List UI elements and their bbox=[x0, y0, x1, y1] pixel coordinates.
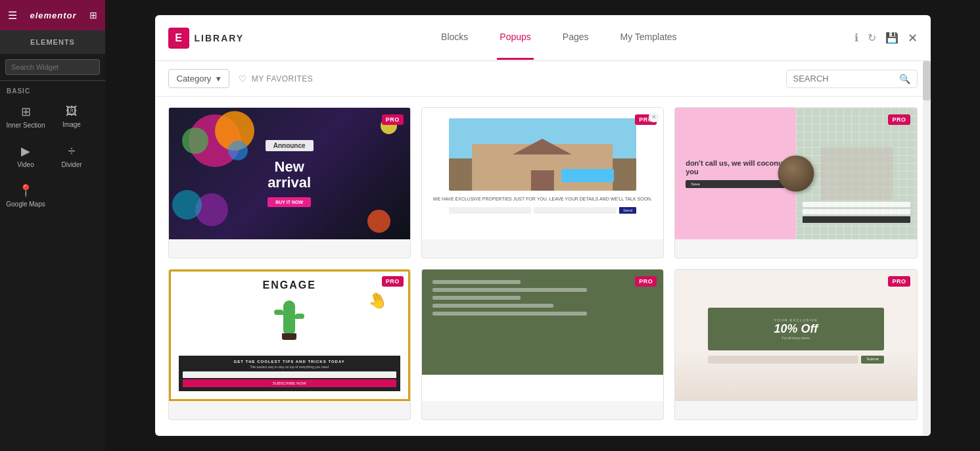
favorites-label: MY FAVORITES bbox=[252, 74, 314, 83]
t4-cactus bbox=[273, 300, 306, 346]
modal-toolbar: Category ▾ ♡ MY FAVORITES 🔍 bbox=[155, 61, 931, 97]
template-preview-2: WE HAVE EXCLUSIVE PROPERTIES JUST FOR YO… bbox=[422, 108, 663, 239]
t4-content: ENGAGE bbox=[169, 270, 410, 401]
template-search-container: 🔍 bbox=[786, 70, 918, 88]
hamburger-icon[interactable]: ☰ bbox=[8, 9, 17, 22]
refresh-icon[interactable]: ↻ bbox=[868, 32, 876, 44]
template-preview-3: don't call us, we will coconut you Save bbox=[675, 108, 916, 239]
tab-popups[interactable]: Popups bbox=[497, 16, 533, 60]
template-preview-4: ENGAGE bbox=[169, 270, 410, 401]
t3-title: don't call us, we will coconut you bbox=[686, 159, 785, 176]
sidebar-item-divider[interactable]: ÷ Divider bbox=[50, 137, 93, 174]
pro-badge-6: PRO bbox=[888, 276, 910, 287]
template-card-new-arrival[interactable]: PRO bbox=[168, 107, 411, 258]
t6-submit-btn: Submit bbox=[861, 356, 884, 364]
divider-label: Divider bbox=[61, 161, 82, 168]
t2-content: WE HAVE EXCLUSIVE PROPERTIES JUST FOR YO… bbox=[422, 108, 663, 239]
grid-icon[interactable]: ⊞ bbox=[89, 10, 97, 20]
library-title: LIBRARY bbox=[195, 33, 245, 43]
modal-header: E LIBRARY Blocks Popups Pages My Templat… bbox=[155, 15, 931, 61]
inner-section-label: Inner Section bbox=[7, 122, 45, 129]
t2-house-image bbox=[449, 118, 636, 191]
sidebar-item-video[interactable]: ▶ Video bbox=[4, 137, 47, 174]
t4-description: The easiest way to stay on top of everyt… bbox=[183, 365, 396, 369]
save-icon[interactable]: 💾 bbox=[885, 32, 898, 44]
divider-icon: ÷ bbox=[68, 143, 76, 158]
t4-cactus-arm-right bbox=[295, 314, 304, 319]
editor-background: ☰ elementor ⊞ ELEMENTS BASIC ⊞ Inner Sec… bbox=[0, 0, 980, 451]
search-icon: 🔍 bbox=[899, 74, 910, 84]
t5-green-section bbox=[422, 270, 663, 375]
t6-offer-card: Your exclusive 10% Off For all luxury it… bbox=[708, 308, 884, 350]
tab-my-templates[interactable]: My Templates bbox=[618, 16, 680, 60]
t5-line-1 bbox=[432, 280, 521, 284]
sidebar-items-list: ⊞ Inner Section 🖼 Image ▶ Video ÷ Divide… bbox=[0, 98, 105, 214]
template-preview-5 bbox=[422, 270, 663, 401]
editor-sidebar: ☰ elementor ⊞ ELEMENTS BASIC ⊞ Inner Sec… bbox=[0, 0, 105, 451]
t4-title: ENGAGE bbox=[262, 279, 315, 291]
t6-content: Your exclusive 10% Off For all luxury it… bbox=[675, 270, 916, 401]
pro-badge-4: PRO bbox=[382, 276, 404, 287]
t2-body-text: WE HAVE EXCLUSIVE PROPERTIES JUST FOR YO… bbox=[433, 196, 652, 203]
library-tabs: Blocks Popups Pages My Templates bbox=[264, 16, 854, 60]
elements-tab[interactable]: ELEMENTS bbox=[30, 38, 75, 46]
t6-form-row: Submit bbox=[708, 356, 884, 364]
scrollbar-thumb[interactable] bbox=[923, 61, 931, 101]
template-card-real-estate[interactable]: PRO ✕ bbox=[421, 107, 664, 258]
pro-badge-3: PRO bbox=[888, 114, 910, 125]
template-search-input[interactable] bbox=[793, 74, 894, 83]
chevron-down-icon: ▾ bbox=[216, 74, 221, 83]
favorites-button[interactable]: ♡ MY FAVORITES bbox=[239, 74, 313, 84]
tab-pages[interactable]: Pages bbox=[560, 16, 592, 60]
template-preview-1: Announce New arrival BUY IT NOW bbox=[169, 108, 410, 239]
sidebar-item-inner-section[interactable]: ⊞ Inner Section bbox=[4, 98, 47, 135]
modal-action-icons: ℹ ↻ 💾 ✕ bbox=[854, 31, 918, 45]
t5-line-5 bbox=[432, 312, 587, 316]
template-card-coconut[interactable]: PRO don't call us, we will coconut you S… bbox=[674, 107, 917, 258]
template-card-discount[interactable]: PRO Your exclusive 10% Off For all luxur… bbox=[674, 269, 917, 420]
pro-badge-5: PRO bbox=[635, 276, 657, 287]
template-card-engage[interactable]: PRO ENGAGE bbox=[168, 269, 411, 420]
t1-cta-button: BUY IT NOW bbox=[268, 197, 311, 207]
t2-submit-btn: Send bbox=[619, 207, 636, 214]
t6-subtext: For all luxury items bbox=[718, 336, 874, 340]
modal-scrollbar[interactable] bbox=[923, 61, 931, 436]
widget-search-container bbox=[0, 54, 105, 81]
category-label: Category bbox=[177, 74, 212, 83]
modal-logo: E LIBRARY bbox=[168, 28, 245, 49]
pro-badge-1: PRO bbox=[382, 114, 404, 125]
category-dropdown[interactable]: Category ▾ bbox=[168, 69, 230, 88]
library-modal: E LIBRARY Blocks Popups Pages My Templat… bbox=[155, 15, 931, 436]
t1-title: New arrival bbox=[268, 159, 311, 191]
sidebar-header: ☰ elementor ⊞ bbox=[0, 0, 105, 30]
templates-grid: PRO bbox=[168, 107, 918, 420]
t5-bottom-section bbox=[422, 375, 663, 401]
t2-name-input bbox=[449, 207, 532, 214]
template-preview-6: Your exclusive 10% Off For all luxury it… bbox=[675, 270, 916, 401]
t1-content: Announce New arrival BUY IT NOW bbox=[169, 108, 410, 239]
elementor-logo: elementor bbox=[30, 11, 76, 20]
sidebar-item-image[interactable]: 🖼 Image bbox=[50, 98, 93, 135]
t5-line-3 bbox=[432, 296, 521, 300]
info-icon[interactable]: ℹ bbox=[854, 32, 858, 44]
library-logo-icon: E bbox=[168, 28, 189, 49]
t5-line-4 bbox=[432, 304, 553, 308]
t2-email-input bbox=[534, 207, 617, 214]
basic-section-label: BASIC bbox=[0, 81, 105, 98]
tab-blocks[interactable]: Blocks bbox=[438, 16, 471, 60]
search-widget-input[interactable] bbox=[5, 59, 100, 75]
templates-content[interactable]: PRO bbox=[155, 97, 931, 436]
inner-section-icon: ⊞ bbox=[21, 105, 31, 119]
sidebar-item-google-maps[interactable]: 📍 Google Maps bbox=[4, 177, 47, 214]
t3-content: don't call us, we will coconut you Save bbox=[675, 108, 916, 239]
template-card-green[interactable]: PRO bbox=[421, 269, 664, 420]
modal-close-button[interactable]: ✕ bbox=[908, 31, 918, 45]
t5-content bbox=[422, 270, 663, 401]
t1-announce-bar: Announce bbox=[266, 140, 314, 151]
video-icon: ▶ bbox=[21, 144, 30, 158]
sidebar-tabs[interactable]: ELEMENTS bbox=[0, 30, 105, 54]
t4-cactus-body bbox=[283, 300, 295, 333]
t3-map-section bbox=[796, 108, 917, 239]
google-maps-label: Google Maps bbox=[6, 201, 45, 208]
modal-overlay: E LIBRARY Blocks Popups Pages My Templat… bbox=[105, 0, 980, 451]
